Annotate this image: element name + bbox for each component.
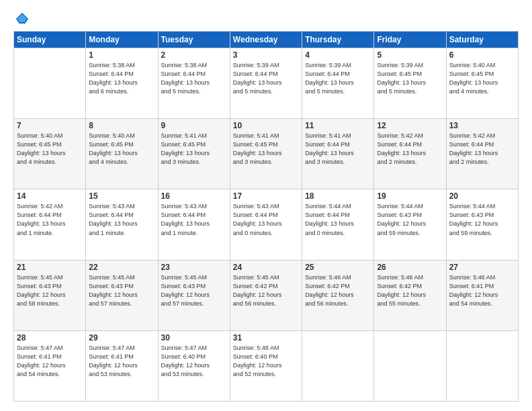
cell-info: Sunrise: 5:46 AM Sunset: 6:42 PM Dayligh… xyxy=(305,273,371,308)
logo xyxy=(13,12,30,24)
calendar-cell: 13Sunrise: 5:42 AM Sunset: 6:44 PM Dayli… xyxy=(446,119,518,189)
calendar-cell: 21Sunrise: 5:45 AM Sunset: 6:43 PM Dayli… xyxy=(14,260,86,330)
day-number: 20 xyxy=(449,191,515,201)
col-header-saturday: Saturday xyxy=(446,32,518,48)
day-number: 31 xyxy=(233,333,299,342)
day-number: 3 xyxy=(233,50,299,60)
calendar-cell: 10Sunrise: 5:41 AM Sunset: 6:45 PM Dayli… xyxy=(230,119,302,189)
calendar-cell: 24Sunrise: 5:45 AM Sunset: 6:42 PM Dayli… xyxy=(230,260,302,330)
cell-info: Sunrise: 5:41 AM Sunset: 6:45 PM Dayligh… xyxy=(233,132,299,167)
cell-info: Sunrise: 5:48 AM Sunset: 6:40 PM Dayligh… xyxy=(233,344,299,379)
calendar-cell: 2Sunrise: 5:38 AM Sunset: 6:44 PM Daylig… xyxy=(158,48,230,119)
calendar-cell: 16Sunrise: 5:43 AM Sunset: 6:44 PM Dayli… xyxy=(158,189,230,260)
cell-info: Sunrise: 5:44 AM Sunset: 6:43 PM Dayligh… xyxy=(377,202,443,237)
col-header-monday: Monday xyxy=(86,32,158,48)
logo-icon xyxy=(16,12,28,24)
day-number: 10 xyxy=(233,121,299,130)
col-header-wednesday: Wednesday xyxy=(230,32,302,48)
cell-info: Sunrise: 5:45 AM Sunset: 6:43 PM Dayligh… xyxy=(161,273,227,308)
day-number: 22 xyxy=(89,263,154,272)
calendar-cell: 31Sunrise: 5:48 AM Sunset: 6:40 PM Dayli… xyxy=(230,330,302,401)
cell-info: Sunrise: 5:47 AM Sunset: 6:40 PM Dayligh… xyxy=(161,344,227,379)
cell-info: Sunrise: 5:46 AM Sunset: 6:42 PM Dayligh… xyxy=(377,273,443,308)
col-header-tuesday: Tuesday xyxy=(158,32,230,48)
week-row-5: 28Sunrise: 5:47 AM Sunset: 6:41 PM Dayli… xyxy=(14,330,519,401)
day-number: 6 xyxy=(449,50,515,60)
calendar-cell: 25Sunrise: 5:46 AM Sunset: 6:42 PM Dayli… xyxy=(302,260,374,330)
day-number: 4 xyxy=(305,50,371,60)
day-number: 13 xyxy=(449,121,515,130)
calendar-cell: 17Sunrise: 5:43 AM Sunset: 6:44 PM Dayli… xyxy=(230,189,302,260)
calendar-cell: 5Sunrise: 5:39 AM Sunset: 6:45 PM Daylig… xyxy=(374,48,446,119)
cell-info: Sunrise: 5:42 AM Sunset: 6:44 PM Dayligh… xyxy=(377,132,443,167)
day-number: 9 xyxy=(161,121,227,130)
day-number: 12 xyxy=(377,121,443,130)
day-number: 26 xyxy=(377,263,443,272)
day-number: 15 xyxy=(89,191,154,201)
day-number: 27 xyxy=(449,263,515,272)
col-header-friday: Friday xyxy=(374,32,446,48)
cell-info: Sunrise: 5:47 AM Sunset: 6:41 PM Dayligh… xyxy=(17,344,83,379)
cell-info: Sunrise: 5:43 AM Sunset: 6:44 PM Dayligh… xyxy=(89,202,154,237)
calendar-cell xyxy=(302,330,374,401)
day-number: 21 xyxy=(17,263,83,272)
cell-info: Sunrise: 5:42 AM Sunset: 6:44 PM Dayligh… xyxy=(449,132,515,167)
calendar-cell xyxy=(446,330,518,401)
day-number: 11 xyxy=(305,121,371,130)
cell-info: Sunrise: 5:46 AM Sunset: 6:41 PM Dayligh… xyxy=(449,273,515,308)
cell-info: Sunrise: 5:45 AM Sunset: 6:43 PM Dayligh… xyxy=(17,273,83,308)
calendar-cell: 11Sunrise: 5:41 AM Sunset: 6:44 PM Dayli… xyxy=(302,119,374,189)
header-row: SundayMondayTuesdayWednesdayThursdayFrid… xyxy=(14,32,519,48)
day-number: 29 xyxy=(89,333,154,342)
day-number: 19 xyxy=(377,191,443,201)
calendar-cell: 15Sunrise: 5:43 AM Sunset: 6:44 PM Dayli… xyxy=(86,189,158,260)
cell-info: Sunrise: 5:41 AM Sunset: 6:44 PM Dayligh… xyxy=(305,132,371,167)
day-number: 5 xyxy=(377,50,443,60)
cell-info: Sunrise: 5:41 AM Sunset: 6:45 PM Dayligh… xyxy=(161,132,227,167)
cell-info: Sunrise: 5:43 AM Sunset: 6:44 PM Dayligh… xyxy=(161,202,227,237)
cell-info: Sunrise: 5:45 AM Sunset: 6:43 PM Dayligh… xyxy=(89,273,154,308)
day-number: 17 xyxy=(233,191,299,201)
calendar-cell: 22Sunrise: 5:45 AM Sunset: 6:43 PM Dayli… xyxy=(86,260,158,330)
cell-info: Sunrise: 5:39 AM Sunset: 6:44 PM Dayligh… xyxy=(305,61,371,96)
calendar-cell: 7Sunrise: 5:40 AM Sunset: 6:45 PM Daylig… xyxy=(14,119,86,189)
calendar-cell: 6Sunrise: 5:40 AM Sunset: 6:45 PM Daylig… xyxy=(446,48,518,119)
calendar-cell: 18Sunrise: 5:44 AM Sunset: 6:44 PM Dayli… xyxy=(302,189,374,260)
cell-info: Sunrise: 5:38 AM Sunset: 6:44 PM Dayligh… xyxy=(89,61,154,96)
calendar-cell: 23Sunrise: 5:45 AM Sunset: 6:43 PM Dayli… xyxy=(158,260,230,330)
cell-info: Sunrise: 5:47 AM Sunset: 6:41 PM Dayligh… xyxy=(89,344,154,379)
day-number: 24 xyxy=(233,263,299,272)
calendar-cell: 20Sunrise: 5:44 AM Sunset: 6:43 PM Dayli… xyxy=(446,189,518,260)
cell-info: Sunrise: 5:40 AM Sunset: 6:45 PM Dayligh… xyxy=(89,132,154,167)
calendar-cell: 1Sunrise: 5:38 AM Sunset: 6:44 PM Daylig… xyxy=(86,48,158,119)
week-row-2: 7Sunrise: 5:40 AM Sunset: 6:45 PM Daylig… xyxy=(14,119,519,189)
calendar-cell xyxy=(374,330,446,401)
calendar-cell: 29Sunrise: 5:47 AM Sunset: 6:41 PM Dayli… xyxy=(86,330,158,401)
week-row-4: 21Sunrise: 5:45 AM Sunset: 6:43 PM Dayli… xyxy=(14,260,519,330)
cell-info: Sunrise: 5:42 AM Sunset: 6:44 PM Dayligh… xyxy=(17,202,83,237)
cell-info: Sunrise: 5:44 AM Sunset: 6:44 PM Dayligh… xyxy=(305,202,371,237)
cell-info: Sunrise: 5:39 AM Sunset: 6:45 PM Dayligh… xyxy=(377,61,443,96)
calendar-cell: 12Sunrise: 5:42 AM Sunset: 6:44 PM Dayli… xyxy=(374,119,446,189)
cell-info: Sunrise: 5:44 AM Sunset: 6:43 PM Dayligh… xyxy=(449,202,515,237)
calendar-table: SundayMondayTuesdayWednesdayThursdayFrid… xyxy=(13,31,519,402)
calendar-cell: 4Sunrise: 5:39 AM Sunset: 6:44 PM Daylig… xyxy=(302,48,374,119)
day-number: 14 xyxy=(17,191,83,201)
calendar-cell: 30Sunrise: 5:47 AM Sunset: 6:40 PM Dayli… xyxy=(158,330,230,401)
calendar-cell: 28Sunrise: 5:47 AM Sunset: 6:41 PM Dayli… xyxy=(14,330,86,401)
day-number: 7 xyxy=(17,121,83,130)
calendar-cell: 8Sunrise: 5:40 AM Sunset: 6:45 PM Daylig… xyxy=(86,119,158,189)
day-number: 2 xyxy=(161,50,227,60)
cell-info: Sunrise: 5:40 AM Sunset: 6:45 PM Dayligh… xyxy=(449,61,515,96)
calendar-cell: 14Sunrise: 5:42 AM Sunset: 6:44 PM Dayli… xyxy=(14,189,86,260)
calendar-cell: 19Sunrise: 5:44 AM Sunset: 6:43 PM Dayli… xyxy=(374,189,446,260)
day-number: 18 xyxy=(305,191,371,201)
cell-info: Sunrise: 5:43 AM Sunset: 6:44 PM Dayligh… xyxy=(233,202,299,237)
calendar-cell: 26Sunrise: 5:46 AM Sunset: 6:42 PM Dayli… xyxy=(374,260,446,330)
col-header-sunday: Sunday xyxy=(14,32,86,48)
day-number: 30 xyxy=(161,333,227,342)
cell-info: Sunrise: 5:39 AM Sunset: 6:44 PM Dayligh… xyxy=(233,61,299,96)
cell-info: Sunrise: 5:45 AM Sunset: 6:42 PM Dayligh… xyxy=(233,273,299,308)
week-row-3: 14Sunrise: 5:42 AM Sunset: 6:44 PM Dayli… xyxy=(14,189,519,260)
header xyxy=(13,12,519,24)
